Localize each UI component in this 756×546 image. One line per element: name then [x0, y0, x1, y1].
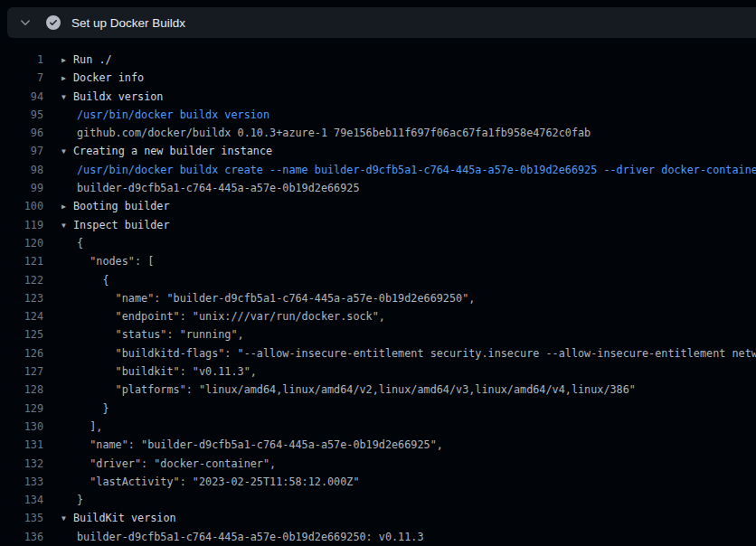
log-output-line: "lastActivity": "2023-02-25T11:58:12.000… — [43, 473, 756, 491]
log-row: 129 } — [0, 400, 756, 418]
log-command-line: /usr/bin/docker buildx create --name bui… — [43, 161, 756, 179]
log-output-line: "name": "builder-d9cfb5a1-c764-445a-a57e… — [43, 436, 756, 454]
log-group-header[interactable]: ▶Booting builder — [43, 197, 756, 215]
triangle-expanded-icon: ▼ — [61, 217, 73, 234]
log-row: 119▼Inspect builder — [0, 216, 756, 234]
line-number[interactable]: 124 — [0, 307, 43, 325]
log-group-header[interactable]: ▼BuildKit version — [43, 509, 756, 527]
log-row: 126 "buildkitd-flags": "--allow-insecure… — [0, 344, 756, 362]
log-group-title: Inspect builder — [73, 219, 170, 231]
line-number[interactable]: 135 — [0, 509, 43, 527]
log-output-line: { — [43, 271, 756, 289]
log-output-line: { — [43, 234, 756, 252]
log-row: 95/usr/bin/docker buildx version — [0, 106, 756, 124]
line-number[interactable]: 99 — [0, 179, 43, 197]
log-command-line: /usr/bin/docker buildx version — [43, 106, 756, 124]
line-number[interactable]: 123 — [0, 289, 43, 307]
line-number[interactable]: 119 — [0, 216, 43, 234]
log-output-line: "platforms": "linux/amd64,linux/amd64/v2… — [43, 381, 756, 399]
log-row: 123 "name": "builder-d9cfb5a1-c764-445a-… — [0, 289, 756, 307]
log-output-line: builder-d9cfb5a1-c764-445a-a57e-0b19d2e6… — [43, 528, 756, 546]
log-output-line: "driver": "docker-container", — [43, 455, 756, 473]
chevron-down-icon[interactable] — [18, 15, 33, 30]
line-number[interactable]: 128 — [0, 381, 43, 399]
log-row: 98/usr/bin/docker buildx create --name b… — [0, 161, 756, 179]
log-row: 127 "buildkit": "v0.11.3", — [0, 362, 756, 381]
line-number[interactable]: 133 — [0, 473, 43, 491]
line-number[interactable]: 127 — [0, 362, 43, 381]
line-number[interactable]: 95 — [0, 106, 43, 124]
line-number[interactable]: 98 — [0, 161, 43, 179]
log-row: 96github.com/docker/buildx 0.10.3+azure-… — [0, 124, 756, 142]
log-group-title: Buildx version — [73, 90, 163, 103]
line-number[interactable]: 126 — [0, 344, 43, 362]
line-number[interactable]: 1 — [0, 51, 43, 69]
log-output-line: "endpoint": "unix:///var/run/docker.sock… — [43, 307, 756, 325]
log-row: 7▶Docker info — [0, 69, 756, 87]
log-group-title: Booting builder — [73, 200, 170, 212]
log-row: 128 "platforms": "linux/amd64,linux/amd6… — [0, 381, 756, 399]
log-output-line: "buildkit": "v0.11.3", — [43, 362, 756, 381]
line-number[interactable]: 131 — [0, 436, 43, 454]
log-row: 133 "lastActivity": "2023-02-25T11:58:12… — [0, 473, 756, 491]
actions-log-viewer: Set up Docker Buildx 1▶Run ./7▶Docker in… — [0, 0, 756, 546]
step-title: Set up Docker Buildx — [71, 16, 185, 30]
log-output-line: "buildkitd-flags": "--allow-insecure-ent… — [43, 344, 756, 362]
log-row: 132 "driver": "docker-container", — [0, 455, 756, 473]
log-row: 134} — [0, 491, 756, 509]
log-row: 121 "nodes": [ — [0, 252, 756, 270]
log-row: 99builder-d9cfb5a1-c764-445a-a57e-0b19d2… — [0, 179, 756, 197]
log-group-header[interactable]: ▼Creating a new builder instance — [43, 142, 756, 160]
log-row: 1▶Run ./ — [0, 51, 756, 69]
log-group-header[interactable]: ▼Inspect builder — [43, 216, 756, 234]
log-rows: 1▶Run ./7▶Docker info94▼Buildx version95… — [0, 51, 756, 546]
log-row: 130 ], — [0, 418, 756, 436]
line-number[interactable]: 7 — [0, 69, 43, 87]
log-row: 124 "endpoint": "unix:///var/run/docker.… — [0, 307, 756, 325]
triangle-expanded-icon: ▼ — [61, 510, 73, 527]
log-output-line: } — [43, 400, 756, 418]
line-number[interactable]: 134 — [0, 491, 43, 509]
log-output-line: "name": "builder-d9cfb5a1-c764-445a-a57e… — [43, 289, 756, 307]
log-group-header[interactable]: ▼Buildx version — [43, 88, 756, 106]
line-number[interactable]: 100 — [0, 197, 43, 215]
log-output-line: builder-d9cfb5a1-c764-445a-a57e-0b19d2e6… — [43, 179, 756, 197]
log-row: 125 "status": "running", — [0, 325, 756, 344]
triangle-collapsed-icon: ▶ — [61, 70, 73, 87]
log-row: 120{ — [0, 234, 756, 252]
triangle-collapsed-icon: ▶ — [61, 198, 73, 215]
log-group-title: Creating a new builder instance — [73, 145, 272, 157]
triangle-expanded-icon: ▼ — [61, 89, 73, 106]
line-number[interactable]: 122 — [0, 271, 43, 289]
line-number[interactable]: 130 — [0, 418, 43, 436]
triangle-expanded-icon: ▼ — [61, 143, 73, 160]
line-number[interactable]: 96 — [0, 124, 43, 142]
log-row: 122 { — [0, 271, 756, 289]
log-group-title: Docker info — [73, 71, 144, 84]
log-output-line: github.com/docker/buildx 0.10.3+azure-1 … — [43, 124, 756, 142]
log-output-line: } — [43, 491, 756, 509]
log-group-title: BuildKit version — [73, 512, 176, 524]
log-row: 97▼Creating a new builder instance — [0, 142, 756, 160]
log-group-title: Run ./ — [73, 53, 112, 66]
log-row: 131 "name": "builder-d9cfb5a1-c764-445a-… — [0, 436, 756, 454]
line-number[interactable]: 125 — [0, 325, 43, 344]
line-number[interactable]: 97 — [0, 142, 43, 160]
line-number[interactable]: 121 — [0, 252, 43, 270]
check-circle-icon — [46, 15, 61, 30]
log-output-line: ], — [43, 418, 756, 436]
line-number[interactable]: 120 — [0, 234, 43, 252]
line-number[interactable]: 132 — [0, 455, 43, 473]
log-row: 100▶Booting builder — [0, 197, 756, 215]
triangle-collapsed-icon: ▶ — [61, 52, 73, 69]
log-row: 94▼Buildx version — [0, 88, 756, 106]
log-group-header[interactable]: ▶Docker info — [43, 69, 756, 87]
line-number[interactable]: 136 — [0, 528, 43, 546]
step-header[interactable]: Set up Docker Buildx — [7, 7, 756, 38]
log-group-header[interactable]: ▶Run ./ — [43, 51, 756, 69]
log-output-line: "nodes": [ — [43, 252, 756, 270]
line-number[interactable]: 129 — [0, 400, 43, 418]
log-row: 136builder-d9cfb5a1-c764-445a-a57e-0b19d… — [0, 528, 756, 546]
log-row: 135▼BuildKit version — [0, 509, 756, 527]
line-number[interactable]: 94 — [0, 88, 43, 106]
